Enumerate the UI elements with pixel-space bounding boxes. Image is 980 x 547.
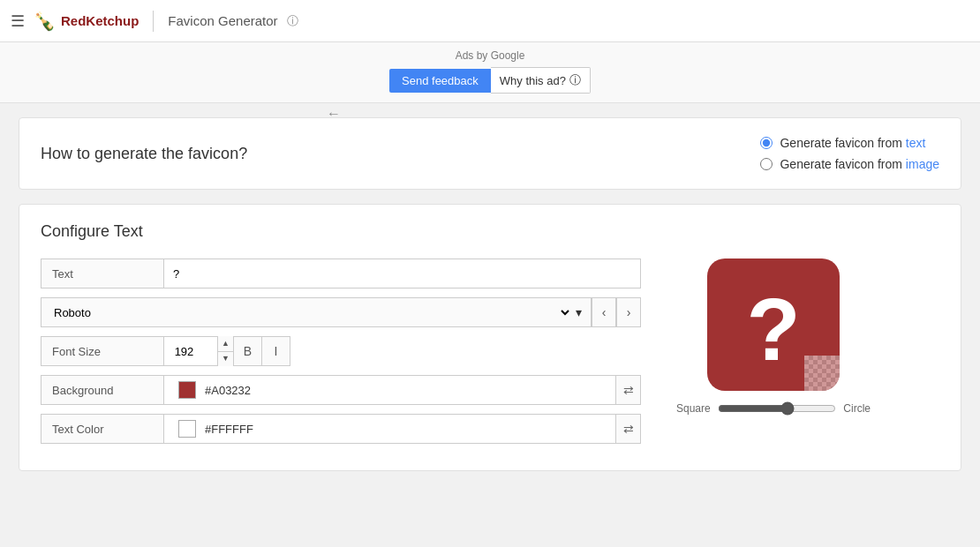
shape-square-label: Square xyxy=(676,402,711,415)
why-ad-icon: ⓘ xyxy=(569,72,581,88)
font-dropdown-icon: ▾ xyxy=(576,305,582,319)
textcolor-label: Text Color xyxy=(41,414,164,444)
text-label: Text xyxy=(41,259,164,288)
configure-body: Text Roboto Arial Times New Roman Courie… xyxy=(41,259,939,453)
info-icon[interactable]: ⓘ xyxy=(287,13,298,29)
main-content: How to generate the favicon? Generate fa… xyxy=(4,103,976,499)
bold-button[interactable]: B xyxy=(234,336,262,366)
preview-area: ? Square Circle xyxy=(676,259,871,453)
send-feedback-button[interactable]: Send feedback xyxy=(389,69,491,93)
textcolor-hex: #FFFFFF xyxy=(196,418,607,440)
background-color-wrapper: #A03232 xyxy=(164,375,616,405)
background-row: Background #A03232 ⇄ xyxy=(41,375,641,405)
why-ad-label: Why this ad? xyxy=(500,74,566,87)
nav-divider xyxy=(153,11,154,32)
italic-button[interactable]: I xyxy=(262,336,290,366)
favicon-preview: ? xyxy=(707,259,840,391)
why-ad-button[interactable]: Why this ad? ⓘ xyxy=(491,67,591,94)
background-label: Background xyxy=(41,375,164,405)
text-row: Text xyxy=(41,259,641,288)
radio-text-input[interactable] xyxy=(760,137,773,149)
menu-icon[interactable]: ☰ xyxy=(11,11,25,31)
radio-text-label: Generate favicon from text xyxy=(780,136,925,150)
prev-font-button[interactable]: ‹ xyxy=(592,297,616,327)
brand-name: RedKetchup xyxy=(61,13,139,28)
radio-image-label: Generate favicon from image xyxy=(780,157,939,171)
radio-image-input[interactable] xyxy=(760,158,773,170)
text-input-wrapper xyxy=(164,259,641,288)
font-select[interactable]: Roboto Arial Times New Roman Courier New… xyxy=(50,305,572,320)
preview-char: ? xyxy=(746,285,800,373)
brand-logo: 🍾 RedKetchup xyxy=(34,11,139,32)
textcolor-swatch[interactable] xyxy=(178,420,196,438)
fontsize-spinners: ▲ ▼ xyxy=(217,336,233,366)
background-swap-button[interactable]: ⇄ xyxy=(616,375,641,405)
ads-by-label: Ads by Google xyxy=(456,49,525,62)
fontsize-input-wrapper: ▲ ▼ xyxy=(164,336,234,366)
shape-circle-label: Circle xyxy=(843,402,871,415)
background-hex: #A03232 xyxy=(196,379,607,401)
textcolor-wrapper: #FFFFFF xyxy=(164,414,616,444)
back-arrow[interactable]: ← xyxy=(327,106,341,122)
background-swatch[interactable] xyxy=(178,381,196,399)
font-select-wrapper: Roboto Arial Times New Roman Courier New… xyxy=(41,297,592,327)
shape-slider[interactable] xyxy=(718,401,837,416)
how-to-card: How to generate the favicon? Generate fa… xyxy=(19,117,961,190)
ad-actions: Send feedback Why this ad? ⓘ xyxy=(389,67,591,94)
fontsize-input[interactable] xyxy=(164,345,217,358)
textcolor-row: Text Color #FFFFFF ⇄ xyxy=(41,414,641,444)
fontsize-label: Font Size xyxy=(41,336,164,366)
how-section: How to generate the favicon? Generate fa… xyxy=(41,136,939,171)
next-font-button[interactable]: › xyxy=(616,297,641,327)
font-row: Roboto Arial Times New Roman Courier New… xyxy=(41,297,641,327)
form-area: Text Roboto Arial Times New Roman Courie… xyxy=(41,259,641,453)
how-title: How to generate the favicon? xyxy=(41,145,247,163)
ad-bar-wrapper: Ads by Google Send feedback Why this ad?… xyxy=(0,42,980,103)
radio-from-text[interactable]: Generate favicon from text xyxy=(760,136,939,150)
textcolor-swap-button[interactable]: ⇄ xyxy=(616,414,641,444)
fontsize-down-button[interactable]: ▼ xyxy=(218,352,233,367)
shape-slider-row: Square Circle xyxy=(676,401,871,416)
radio-from-image[interactable]: Generate favicon from image xyxy=(760,157,939,171)
ad-bar: Ads by Google Send feedback Why this ad?… xyxy=(0,42,980,103)
text-input[interactable] xyxy=(173,267,631,281)
configure-title: Configure Text xyxy=(41,222,939,241)
navbar: ☰ 🍾 RedKetchup Favicon Generator ⓘ xyxy=(0,0,980,42)
configure-card: Configure Text Text Roboto Arial xyxy=(19,204,961,471)
tool-title: Favicon Generator xyxy=(168,13,277,28)
fontsize-up-button[interactable]: ▲ xyxy=(218,336,233,352)
fontsize-row: Font Size ▲ ▼ B I xyxy=(41,336,641,366)
bottle-icon: 🍾 xyxy=(34,11,56,32)
radio-group: Generate favicon from text Generate favi… xyxy=(760,136,939,171)
